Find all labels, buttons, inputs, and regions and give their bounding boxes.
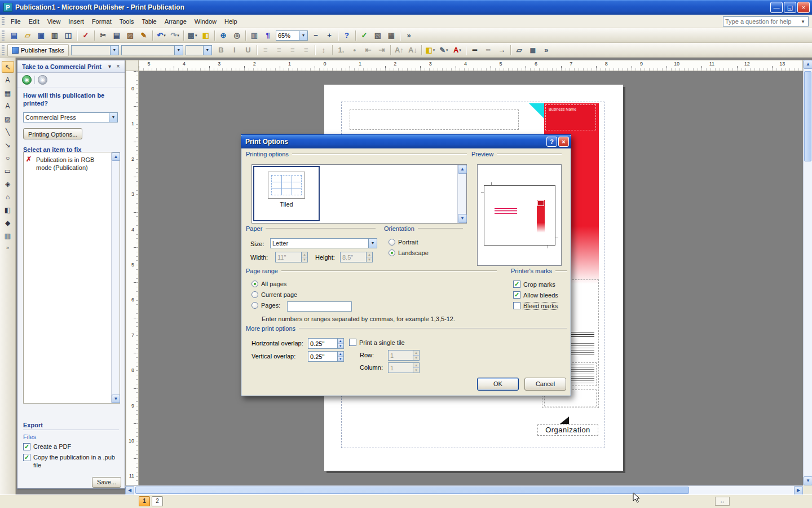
scroll-down-icon[interactable]: ▼ (458, 214, 467, 223)
scroll-right-icon[interactable]: ▶ (794, 486, 803, 495)
scroll-down-icon[interactable]: ▼ (804, 476, 812, 485)
insert-table-tool[interactable]: ▦ (2, 87, 14, 99)
content-library-tool[interactable]: ▥ (2, 230, 14, 242)
vertical-ruler[interactable]: 01234567891011 (125, 71, 139, 485)
hot-spot-tool[interactable]: ⌂ (2, 191, 14, 203)
zoom-out-icon[interactable]: − (310, 30, 322, 41)
undo-icon[interactable]: ↶▾ (155, 30, 167, 41)
unchecked-checkbox-icon[interactable]: ✓ (513, 302, 520, 309)
v-overlap-spinner[interactable]: ▲▼ (338, 351, 344, 362)
font-size-combo[interactable]: ▾ (186, 45, 212, 55)
new-document-icon[interactable]: ▤ (8, 30, 20, 41)
bleed-marks-checkbox[interactable]: ✓ Bleed marks (513, 302, 558, 309)
bullets-icon[interactable]: • (348, 45, 361, 56)
zoom-in-icon[interactable]: + (323, 30, 336, 41)
scroll-down-icon[interactable]: ▼ (112, 395, 120, 403)
increase-indent-icon[interactable]: ⇥ (376, 45, 388, 56)
publisher-tasks-button[interactable]: Publisher Tasks (7, 44, 69, 56)
vertical-scroll-thumb[interactable] (804, 71, 811, 161)
save-button[interactable]: Save... (92, 477, 121, 488)
printing-options-button[interactable]: Printing Options... (23, 128, 82, 139)
v-overlap-field[interactable]: ▲▼ (308, 351, 344, 362)
dialog-close-icon[interactable]: × (558, 137, 569, 147)
portrait-radio[interactable]: Portrait (389, 239, 418, 246)
list-item[interactable]: ✗ Publication is in RGB mode (Publicatio… (24, 152, 120, 172)
menu-view[interactable]: View (43, 16, 65, 27)
back-button[interactable]: ◉ (22, 75, 32, 85)
h-overlap-field[interactable]: ▲▼ (308, 338, 344, 349)
fill-color-icon[interactable]: ◧▾ (424, 45, 436, 56)
menu-tools[interactable]: Tools (116, 16, 138, 27)
zoom-combo[interactable]: ▾ (276, 30, 308, 41)
chevron-down-icon[interactable]: ▾ (433, 48, 435, 52)
cancel-button[interactable]: Cancel (524, 378, 566, 391)
fix-items-list[interactable]: ✗ Publication is in RGB mode (Publicatio… (23, 152, 120, 404)
zoom-selected-objects-icon[interactable]: ◎ (231, 30, 243, 41)
decrease-indent-icon[interactable]: ⇤ (362, 45, 374, 56)
radio-icon[interactable] (251, 302, 258, 309)
scroll-up-icon[interactable]: ▲ (804, 60, 812, 69)
fill-color-icon[interactable]: ◧ (200, 30, 212, 41)
cut-icon[interactable]: ✂ (97, 30, 109, 41)
scroll-left-icon[interactable]: ◀ (125, 486, 134, 495)
menu-insert[interactable]: Insert (64, 16, 88, 27)
page-tab-1[interactable]: 1 (139, 496, 150, 506)
zoom-dropdown-icon[interactable]: ▾ (299, 30, 308, 41)
picture-frame-tool[interactable]: ▨ (2, 113, 14, 125)
special-characters-icon[interactable]: ¶ (262, 30, 274, 41)
rectangle-tool[interactable]: ▭ (2, 165, 14, 177)
chevron-down-icon[interactable]: ▾ (164, 33, 166, 38)
menu-format[interactable]: Format (88, 16, 116, 27)
ok-button[interactable]: OK (477, 378, 519, 391)
align-center-icon[interactable]: ≡ (273, 45, 285, 56)
toolbar-grip[interactable] (2, 45, 5, 55)
design-gallery-tool[interactable]: ◆ (2, 217, 14, 229)
bring-to-front-icon[interactable]: ▩▾ (186, 30, 198, 41)
pack-and-go-icon[interactable]: ▦ (385, 30, 398, 41)
select-tool[interactable]: ↖ (2, 61, 14, 73)
radio-icon[interactable] (251, 291, 258, 298)
paper-size-combo[interactable]: Letter ▾ (270, 238, 377, 248)
dialog-help-icon[interactable]: ? (546, 137, 557, 147)
numbering-icon[interactable]: 1. (335, 45, 347, 56)
chevron-down-icon[interactable]: ▾ (177, 33, 179, 38)
chevron-down-icon[interactable]: ▾ (109, 112, 118, 122)
underline-icon[interactable]: U (242, 45, 254, 56)
all-pages-radio[interactable]: All pages (251, 281, 286, 287)
chevron-down-icon[interactable]: ▾ (111, 45, 119, 55)
page-tab-2[interactable]: 2 (152, 496, 163, 506)
minimize-button[interactable]: — (770, 2, 783, 13)
menu-window[interactable]: Window (191, 16, 220, 27)
chevron-down-icon[interactable]: ▾ (105, 63, 114, 69)
chevron-down-icon[interactable]: ▾ (204, 45, 212, 55)
print-method-combo[interactable]: Commercial Press ▾ (23, 112, 118, 122)
style-combo[interactable]: ▾ (71, 45, 119, 55)
checked-checkbox-icon[interactable]: ✓ (513, 291, 520, 299)
dialog-title-bar[interactable]: Print Options ? × (241, 135, 571, 148)
copy-icon[interactable]: ▤ (111, 30, 123, 41)
unchecked-checkbox-icon[interactable]: ✓ (349, 339, 356, 346)
business-name-box[interactable]: Business Name (545, 104, 596, 130)
align-right-icon[interactable]: ≡ (286, 45, 299, 56)
close-button[interactable]: × (797, 2, 810, 13)
text-placeholder-box[interactable] (350, 110, 519, 130)
columns-icon[interactable]: ▥ (248, 30, 261, 41)
forward-button[interactable]: ◉ (38, 75, 47, 85)
dash-style-icon[interactable]: ╌ (482, 45, 495, 56)
current-page-radio[interactable]: Current page (251, 291, 297, 298)
autoshapes-tool[interactable]: ◈ (2, 178, 14, 190)
restore-button[interactable]: ◱ (784, 2, 796, 13)
insert-hyperlink-icon[interactable]: ⊕ (217, 30, 230, 41)
print-preview-icon[interactable]: ◫ (62, 30, 74, 41)
crop-marks-checkbox[interactable]: ✓ Crop marks (513, 281, 555, 288)
checked-checkbox-icon[interactable]: ✓ (23, 454, 30, 461)
spelling-icon[interactable]: ✓ (80, 30, 92, 41)
pages-input[interactable] (287, 301, 352, 312)
menu-table[interactable]: Table (138, 16, 160, 27)
justify-icon[interactable]: ≡ (300, 45, 312, 56)
pages-radio[interactable]: Pages: (251, 302, 280, 309)
horizontal-scrollbar[interactable]: ◀ ▶ (125, 485, 803, 494)
toolbox-options-icon[interactable]: » (6, 245, 9, 251)
list-scrollbar[interactable]: ▲ ▼ (457, 165, 466, 223)
oval-tool[interactable]: ○ (2, 152, 14, 164)
